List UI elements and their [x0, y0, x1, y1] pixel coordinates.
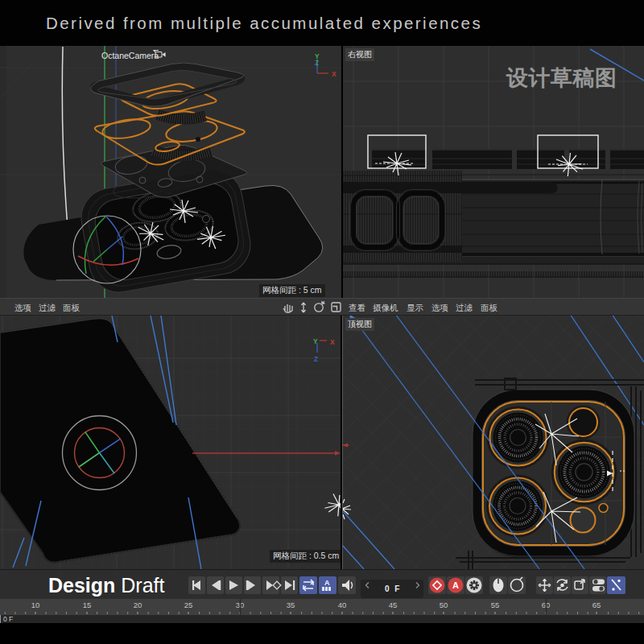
svg-text:0 F: 0 F	[385, 584, 401, 593]
svg-text:A: A	[324, 579, 330, 587]
svg-text:OctaneCamera: OctaneCamera	[101, 51, 159, 60]
svg-text:A: A	[452, 580, 459, 590]
svg-text:设计草稿图: 设计草稿图	[506, 66, 617, 90]
svg-text:X: X	[330, 338, 335, 346]
svg-text:Z: Z	[314, 355, 318, 363]
svg-text:X: X	[332, 70, 336, 78]
